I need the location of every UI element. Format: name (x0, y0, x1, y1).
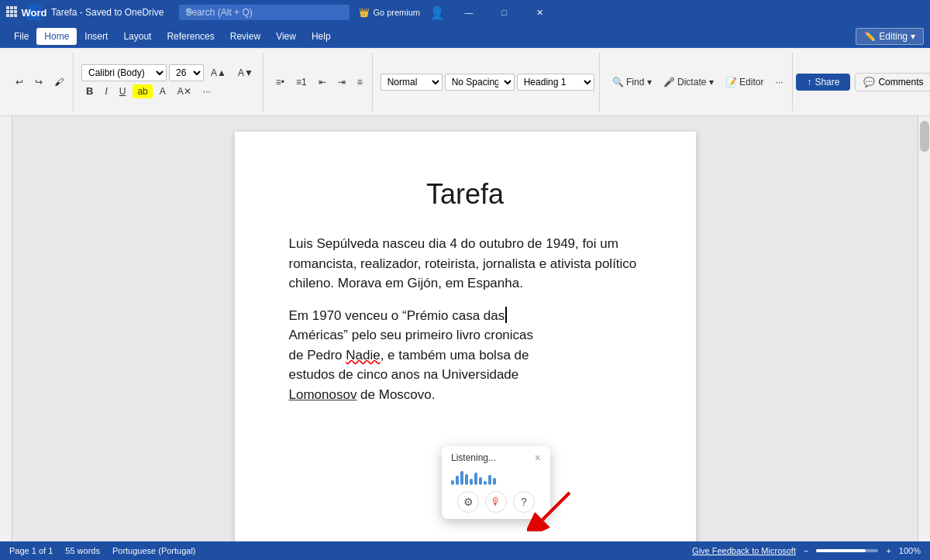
pencil-icon: ✏️ (864, 31, 876, 42)
menu-view[interactable]: View (268, 28, 304, 45)
wave-bar-3 (460, 471, 463, 485)
maximize-button[interactable]: □ (487, 0, 522, 25)
dictate-settings-button[interactable]: ⚙ (457, 491, 479, 513)
zoom-fill (816, 549, 866, 552)
format-painter-button[interactable]: 🖌 (50, 74, 68, 90)
clear-format-button[interactable]: A✕ (173, 84, 196, 99)
menu-references[interactable]: References (159, 28, 222, 45)
dictate-wave (451, 469, 541, 485)
bullets-button[interactable]: ≡• (271, 74, 289, 90)
increase-indent-button[interactable]: ⇥ (333, 74, 350, 90)
editing-button[interactable]: ✏️ Editing ▾ (856, 28, 924, 45)
document-title: Tarefa - Saved to OneDrive (51, 7, 164, 18)
font-size-select[interactable]: 26 (169, 64, 204, 81)
document-title-text: Tarefa (289, 178, 642, 211)
zoom-level: 100% (899, 546, 921, 555)
ribbon-editing: 🔍 Find ▾ 🎤 Dictate ▾ 📝 Editor ··· (603, 53, 794, 112)
wave-bar-2 (456, 476, 459, 485)
wave-bar-1 (451, 480, 454, 485)
close-button[interactable]: ✕ (522, 0, 558, 25)
document-scroll[interactable]: Tarefa Luis Sepúlveda nasceu dia 4 do ou… (12, 116, 918, 541)
style-normal-select[interactable]: Normal (381, 74, 443, 91)
titlebar-right: 👑 Go premium 👤 (359, 5, 445, 20)
text-cursor (505, 307, 507, 322)
decrease-indent-button[interactable]: ⇤ (314, 74, 331, 90)
window-controls: — □ ✕ (451, 0, 558, 25)
shrink-font-button[interactable]: A▼ (233, 65, 258, 81)
page-info: Page 1 of 1 (9, 546, 53, 555)
feedback-link[interactable]: Give Feedback to Microsoft (692, 546, 796, 555)
grow-font-button[interactable]: A▲ (206, 65, 231, 81)
style-no-spacing-select[interactable]: No Spacing (445, 74, 515, 91)
dictate-button[interactable]: 🎤 Dictate ▾ (659, 74, 718, 90)
menu-review[interactable]: Review (222, 28, 268, 45)
ribbon-font: Calibri (Body) 26 A▲ A▼ B I U ab A A✕ ··… (77, 53, 264, 112)
dictate-mic-button[interactable]: 🎙 (485, 491, 507, 513)
vertical-scrollbar[interactable] (918, 116, 930, 541)
share-button[interactable]: ↑ Share (796, 74, 850, 91)
go-premium-button[interactable]: 👑 Go premium (359, 8, 420, 18)
svg-line-1 (542, 493, 570, 520)
ribbon-styles: Normal No Spacing Heading 1 (376, 53, 600, 112)
bold-button[interactable]: B (81, 83, 98, 99)
red-arrow-icon (527, 485, 581, 531)
menu-file[interactable]: File (6, 28, 36, 45)
status-bar: Page 1 of 1 55 words Portuguese (Portuga… (0, 541, 930, 560)
undo-button[interactable]: ↩ (11, 74, 28, 90)
word-count: 55 words (65, 546, 100, 555)
ribbon-paragraph: ≡• ≡1 ⇤ ⇥ ≡ (267, 53, 373, 112)
wave-bar-8 (484, 481, 487, 485)
listening-label: Listening... (451, 452, 496, 463)
dictate-header: Listening... × (451, 452, 541, 463)
spell-check-nadie: Nadie (346, 348, 380, 362)
redo-button[interactable]: ↪ (30, 74, 47, 90)
ribbon: ↩ ↪ 🖌 Calibri (Body) 26 A▲ A▼ B I U ab A… (0, 48, 930, 116)
numbering-button[interactable]: ≡1 (291, 74, 312, 90)
wave-bar-4 (465, 474, 468, 485)
language: Portuguese (Portugal) (112, 546, 196, 555)
document-page[interactable]: Tarefa Luis Sepúlveda nasceu dia 4 do ou… (235, 132, 696, 541)
underline-button[interactable]: U (115, 84, 131, 99)
font-color-button[interactable]: A (155, 84, 170, 99)
chevron-down-icon: ▾ (911, 31, 915, 42)
menu-home[interactable]: Home (36, 28, 77, 45)
wave-bar-6 (474, 472, 477, 485)
wave-bar-7 (479, 477, 482, 485)
paragraph-2: Em 1970 venceu o “Prémio casa das Améric… (289, 306, 642, 405)
menu-layout[interactable]: Layout (115, 28, 159, 45)
highlight-button[interactable]: ab (133, 84, 152, 98)
zoom-plus-button[interactable]: + (886, 546, 890, 555)
menu-bar: File Home Insert Layout References Revie… (0, 25, 930, 48)
profile-icon[interactable]: 👤 (429, 5, 445, 20)
menu-insert[interactable]: Insert (77, 28, 115, 45)
style-heading-select[interactable]: Heading 1 (517, 74, 594, 91)
app-grid-icon[interactable] (6, 6, 19, 19)
comment-icon: 💬 (863, 77, 875, 88)
scroll-thumb[interactable] (920, 121, 929, 152)
word-logo: Word (26, 5, 42, 20)
wave-bar-10 (493, 478, 496, 485)
paragraph-1: Luis Sepúlveda nasceu dia 4 do outubro d… (289, 234, 642, 294)
comments-button[interactable]: 💬 Comments (855, 73, 930, 91)
ribbon-right-actions: ↑ Share 💬 Comments ··· (796, 73, 930, 91)
minimize-button[interactable]: — (451, 0, 487, 25)
crown-icon: 👑 (359, 8, 370, 18)
align-button[interactable]: ≡ (353, 74, 367, 90)
find-button[interactable]: 🔍 Find ▾ (608, 74, 656, 90)
dictate-close-button[interactable]: × (535, 452, 541, 463)
document-area: Tarefa Luis Sepúlveda nasceu dia 4 do ou… (0, 116, 930, 541)
title-bar: Word Tarefa - Saved to OneDrive 🔍 👑 Go p… (0, 0, 930, 25)
zoom-track[interactable] (816, 549, 878, 552)
search-icon: 🔍 (185, 8, 196, 18)
italic-button[interactable]: I (100, 84, 112, 99)
spell-check-lomonosov: Lomonosov (289, 387, 357, 402)
more-text-button[interactable]: ··· (198, 84, 215, 99)
search-input[interactable] (179, 5, 350, 20)
font-family-select[interactable]: Calibri (Body) (81, 64, 167, 81)
zoom-minus-button[interactable]: − (804, 546, 808, 555)
arrow-annotation (527, 485, 581, 534)
more-ribbon-button[interactable]: ··· (770, 74, 787, 90)
vertical-ruler (0, 116, 12, 541)
editor-button[interactable]: 📝 Editor (721, 74, 769, 90)
menu-help[interactable]: Help (304, 28, 339, 45)
